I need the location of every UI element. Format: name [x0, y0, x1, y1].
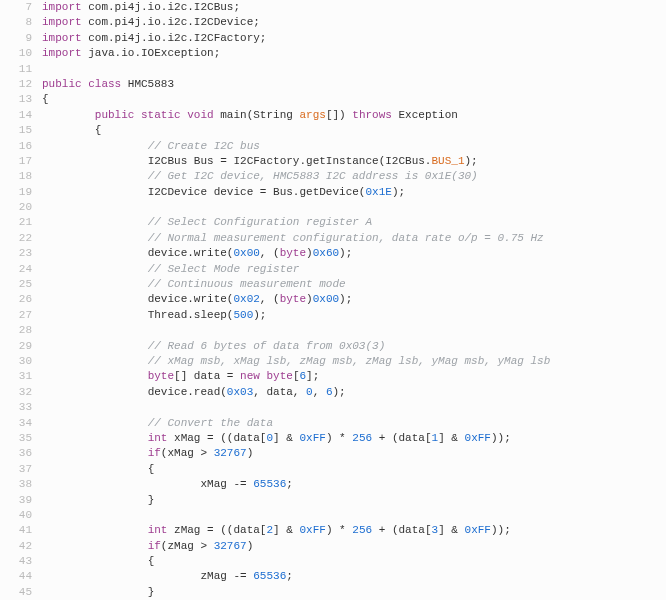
line-number: 41 — [0, 523, 32, 538]
keyword: public static void — [95, 109, 214, 121]
line-number: 23 — [0, 246, 32, 261]
code-line[interactable]: // Get I2C device, HMC5883 I2C address i… — [42, 169, 666, 184]
line-number: 19 — [0, 185, 32, 200]
code-line[interactable]: { — [42, 554, 666, 569]
code-line[interactable]: device.read(0x03, data, 0, 6); — [42, 385, 666, 400]
keyword: throws — [352, 109, 392, 121]
code-line[interactable]: if(zMag > 32767) — [42, 539, 666, 554]
code-line[interactable]: Thread.sleep(500); — [42, 308, 666, 323]
code-line[interactable]: } — [42, 585, 666, 600]
code-line[interactable]: // Continuous measurement mode — [42, 277, 666, 292]
line-number: 37 — [0, 462, 32, 477]
number-literal: 0x00 — [313, 293, 339, 305]
keyword: byte — [280, 247, 306, 259]
line-number: 27 — [0, 308, 32, 323]
line-number: 45 — [0, 585, 32, 600]
comment: // Create I2C bus — [148, 140, 260, 152]
code-area[interactable]: import com.pi4j.io.i2c.I2CBus;import com… — [42, 0, 666, 600]
line-number: 33 — [0, 400, 32, 415]
line-number: 34 — [0, 416, 32, 431]
code-line[interactable] — [42, 200, 666, 215]
code-line[interactable]: // xMag msb, xMag lsb, zMag msb, zMag ls… — [42, 354, 666, 369]
code-line[interactable] — [42, 400, 666, 415]
keyword: import — [42, 16, 82, 28]
code-line[interactable]: import java.io.IOException; — [42, 46, 666, 61]
code-line[interactable]: public class HMC5883 — [42, 77, 666, 92]
code-line[interactable]: // Select Configuration register A — [42, 215, 666, 230]
keyword: byte — [280, 293, 306, 305]
number-literal: 0xFF — [465, 432, 491, 444]
line-number: 25 — [0, 277, 32, 292]
line-number: 8 — [0, 15, 32, 30]
code-line[interactable]: // Select Mode register — [42, 262, 666, 277]
line-number: 24 — [0, 262, 32, 277]
code-line[interactable]: { — [42, 92, 666, 107]
line-number: 44 — [0, 569, 32, 584]
code-line[interactable]: int xMag = ((data[0] & 0xFF) * 256 + (da… — [42, 431, 666, 446]
line-number: 42 — [0, 539, 32, 554]
comment: // Get I2C device, HMC5883 I2C address i… — [148, 170, 478, 182]
line-number: 12 — [0, 77, 32, 92]
line-number: 43 — [0, 554, 32, 569]
line-number: 15 — [0, 123, 32, 138]
code-line[interactable]: import com.pi4j.io.i2c.I2CFactory; — [42, 31, 666, 46]
code-line[interactable]: import com.pi4j.io.i2c.I2CDevice; — [42, 15, 666, 30]
keyword: import — [42, 47, 82, 59]
code-line[interactable]: } — [42, 493, 666, 508]
keyword: int — [148, 432, 168, 444]
keyword: import — [42, 1, 82, 13]
line-number: 14 — [0, 108, 32, 123]
code-line[interactable]: int zMag = ((data[2] & 0xFF) * 256 + (da… — [42, 523, 666, 538]
line-number: 11 — [0, 62, 32, 77]
number-literal: 0x60 — [313, 247, 339, 259]
code-line[interactable] — [42, 508, 666, 523]
line-number: 40 — [0, 508, 32, 523]
number-literal: 0xFF — [465, 524, 491, 536]
number-literal: 0 — [306, 386, 313, 398]
code-line[interactable]: public static void main(String args[]) t… — [42, 108, 666, 123]
comment: // Continuous measurement mode — [148, 278, 346, 290]
code-line[interactable]: import com.pi4j.io.i2c.I2CBus; — [42, 0, 666, 15]
code-line[interactable]: // Convert the data — [42, 416, 666, 431]
number-literal: 0x03 — [227, 386, 253, 398]
number-literal: 500 — [233, 309, 253, 321]
number-literal: 0x02 — [233, 293, 259, 305]
code-line[interactable]: { — [42, 462, 666, 477]
code-line[interactable]: I2CBus Bus = I2CFactory.getInstance(I2CB… — [42, 154, 666, 169]
keyword: if — [148, 447, 161, 459]
identifier: args — [299, 109, 325, 121]
code-line[interactable]: xMag -= 65536; — [42, 477, 666, 492]
code-line[interactable]: device.write(0x02, (byte)0x00); — [42, 292, 666, 307]
number-literal: 256 — [352, 432, 372, 444]
code-line[interactable] — [42, 62, 666, 77]
code-line[interactable]: zMag -= 65536; — [42, 569, 666, 584]
code-line[interactable] — [42, 323, 666, 338]
identifier: BUS_1 — [431, 155, 464, 167]
keyword: public class — [42, 78, 121, 90]
code-line[interactable]: { — [42, 123, 666, 138]
number-literal: 6 — [326, 386, 333, 398]
number-literal: 0xFF — [299, 524, 325, 536]
number-literal: 0xFF — [299, 432, 325, 444]
code-editor[interactable]: 7891011121314151617181920212223242526272… — [0, 0, 666, 600]
code-line[interactable]: // Normal measurement configuration, dat… — [42, 231, 666, 246]
code-line[interactable]: if(xMag > 32767) — [42, 446, 666, 461]
keyword: byte — [266, 370, 292, 382]
line-number: 22 — [0, 231, 32, 246]
code-line[interactable]: I2CDevice device = Bus.getDevice(0x1E); — [42, 185, 666, 200]
code-line[interactable]: device.write(0x00, (byte)0x60); — [42, 246, 666, 261]
code-line[interactable]: // Read 6 bytes of data from 0x03(3) — [42, 339, 666, 354]
line-number: 16 — [0, 139, 32, 154]
number-literal: 32767 — [214, 540, 247, 552]
comment: // Select Mode register — [148, 263, 300, 275]
code-line[interactable]: byte[] data = new byte[6]; — [42, 369, 666, 384]
comment: // Read 6 bytes of data from 0x03(3) — [148, 340, 386, 352]
keyword: import — [42, 32, 82, 44]
line-number: 38 — [0, 477, 32, 492]
line-number: 20 — [0, 200, 32, 215]
number-literal: 0x00 — [233, 247, 259, 259]
code-line[interactable]: // Create I2C bus — [42, 139, 666, 154]
comment: // Select Configuration register A — [148, 216, 372, 228]
comment: // Normal measurement configuration, dat… — [148, 232, 544, 244]
line-number: 9 — [0, 31, 32, 46]
